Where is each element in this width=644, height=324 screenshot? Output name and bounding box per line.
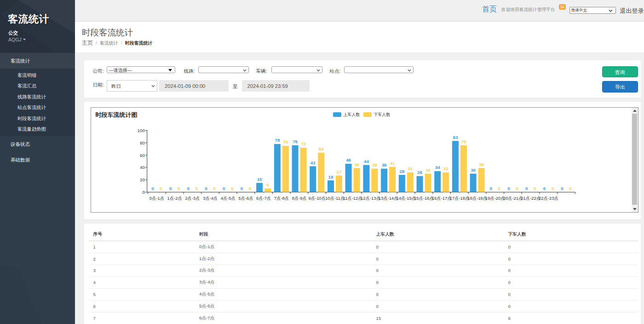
svg-text:0: 0: [213, 186, 216, 191]
svg-text:7点-8点: 7点-8点: [274, 196, 289, 201]
svg-text:14点-15点: 14点-15点: [397, 196, 416, 201]
svg-text:19点-20点: 19点-20点: [485, 196, 505, 201]
svg-text:2点-3点: 2点-3点: [185, 196, 200, 201]
svg-text:6点-7点: 6点-7点: [256, 196, 271, 201]
svg-text:0: 0: [178, 186, 180, 191]
svg-text:78: 78: [275, 138, 280, 143]
svg-text:38: 38: [372, 162, 377, 168]
svg-text:34: 34: [435, 165, 440, 170]
svg-text:0: 0: [241, 186, 243, 191]
svg-text:10点-11点: 10点-11点: [325, 196, 345, 201]
svg-text:72: 72: [301, 141, 306, 146]
svg-text:44: 44: [364, 159, 369, 164]
svg-text:39: 39: [479, 162, 484, 167]
svg-text:13点-14点: 13点-14点: [379, 196, 398, 201]
svg-text:0: 0: [569, 186, 572, 191]
svg-text:0: 0: [143, 190, 145, 195]
svg-text:16点-17点: 16点-17点: [432, 196, 452, 201]
svg-text:0: 0: [231, 186, 234, 191]
svg-text:76: 76: [293, 139, 298, 144]
svg-text:42: 42: [310, 160, 316, 165]
svg-text:0: 0: [508, 186, 511, 191]
svg-text:19: 19: [328, 174, 334, 179]
svg-text:30: 30: [471, 168, 476, 173]
svg-text:39: 39: [355, 162, 360, 167]
svg-text:28: 28: [400, 169, 405, 174]
svg-text:22点-23点: 22点-23点: [539, 196, 558, 201]
svg-text:32: 32: [443, 166, 448, 171]
svg-text:60: 60: [140, 153, 145, 158]
svg-text:20: 20: [140, 177, 145, 182]
svg-text:30: 30: [426, 168, 431, 173]
svg-text:0: 0: [490, 186, 493, 191]
svg-text:41: 41: [390, 161, 395, 166]
svg-text:0: 0: [534, 186, 536, 191]
svg-text:3点-4点: 3点-4点: [203, 196, 218, 201]
svg-text:76: 76: [461, 139, 466, 144]
svg-text:18点-19点: 18点-19点: [468, 196, 488, 201]
svg-text:11点-12点: 11点-12点: [343, 196, 362, 201]
svg-text:38: 38: [382, 162, 387, 168]
svg-text:6: 6: [267, 182, 270, 187]
svg-text:0: 0: [552, 186, 554, 191]
svg-text:27: 27: [337, 169, 342, 174]
svg-text:0: 0: [525, 186, 528, 191]
svg-text:26: 26: [417, 170, 422, 175]
svg-text:0: 0: [249, 186, 252, 191]
svg-text:83: 83: [453, 135, 458, 140]
svg-text:20点-21点: 20点-21点: [503, 196, 523, 201]
svg-text:0: 0: [196, 186, 198, 191]
svg-text:0: 0: [205, 186, 208, 191]
svg-text:5点-6点: 5点-6点: [239, 196, 253, 201]
svg-text:21点-22点: 21点-22点: [521, 196, 541, 201]
svg-text:0: 0: [152, 186, 155, 191]
svg-text:1点-2点: 1点-2点: [167, 196, 182, 201]
svg-text:4点-5点: 4点-5点: [221, 196, 236, 201]
svg-text:9点-10点: 9点-10点: [309, 196, 326, 201]
svg-text:0: 0: [516, 186, 519, 191]
svg-text:80: 80: [140, 140, 145, 145]
svg-text:0: 0: [223, 186, 225, 191]
svg-text:40: 40: [140, 165, 145, 170]
svg-text:0: 0: [561, 186, 564, 191]
svg-text:0: 0: [543, 186, 546, 191]
svg-text:32: 32: [408, 166, 413, 171]
svg-text:12点-13点: 12点-13点: [361, 196, 380, 201]
svg-text:100: 100: [138, 128, 145, 133]
svg-text:75: 75: [283, 139, 288, 145]
svg-text:46: 46: [346, 157, 351, 162]
svg-text:0: 0: [169, 186, 172, 191]
svg-text:64: 64: [319, 146, 324, 151]
svg-text:0: 0: [187, 186, 190, 191]
svg-text:17点-18点: 17点-18点: [450, 196, 470, 201]
svg-text:0点-1点: 0点-1点: [150, 196, 164, 201]
svg-text:15: 15: [257, 177, 262, 182]
svg-text:15点-16点: 15点-16点: [414, 196, 434, 201]
svg-text:0: 0: [160, 186, 163, 191]
svg-text:8点-9点: 8点-9点: [292, 196, 307, 201]
svg-text:0: 0: [498, 186, 501, 191]
